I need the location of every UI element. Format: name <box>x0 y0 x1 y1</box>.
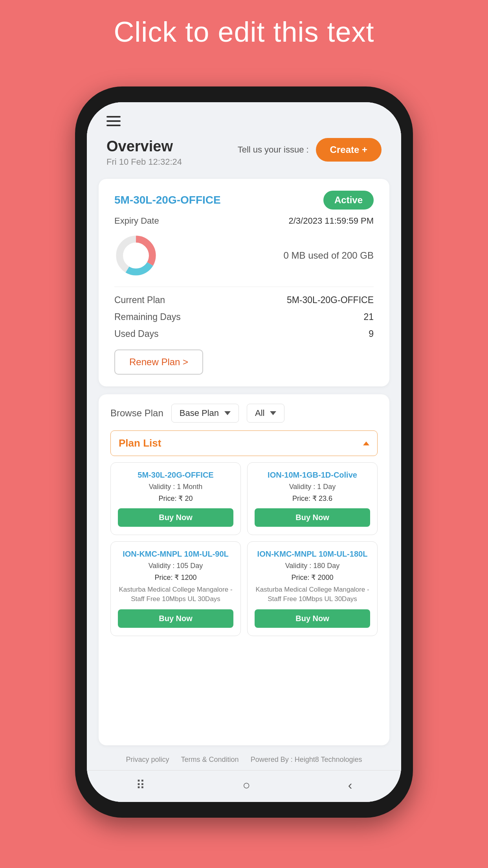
plan-list-title: Plan List <box>119 437 161 449</box>
plan-item-validity: Validity : 1 Month <box>149 483 203 491</box>
phone-screen: Overview Fri 10 Feb 12:32:24 Tell us you… <box>87 102 401 802</box>
plan-details: Current Plan 5M-30L-20G-OFFICE Remaining… <box>114 287 374 375</box>
plan-item-name: 5M-30L-20G-OFFICE <box>138 471 213 480</box>
browse-header: Browse Plan Base Plan All <box>110 404 378 423</box>
overview-date: Fri 10 Feb 12:32:24 <box>106 157 182 167</box>
create-section: Tell us your issue : Create + <box>238 138 382 162</box>
used-days-row: Used Days 9 <box>114 329 374 339</box>
overview-section: Overview Fri 10 Feb 12:32:24 Tell us you… <box>87 134 401 175</box>
usage-section: 0 MB used of 200 GB <box>114 234 374 277</box>
plan-item-name: ION-KMC-MNPL 10M-UL-180L <box>257 550 368 559</box>
phone-frame: Overview Fri 10 Feb 12:32:24 Tell us you… <box>75 86 413 818</box>
plan-item-price: Price: ₹ 20 <box>158 494 193 503</box>
renew-plan-button[interactable]: Renew Plan > <box>114 349 203 375</box>
plan-list-item: ION-10M-1GB-1D-ColiveValidity : 1 DayPri… <box>247 462 378 535</box>
browse-label: Browse Plan <box>110 408 163 419</box>
buy-now-button[interactable]: Buy Now <box>255 609 370 628</box>
plan-item-validity: Validity : 1 Day <box>289 483 336 491</box>
chevron-down-icon-2 <box>270 411 276 415</box>
plan-list-item: 5M-30L-20G-OFFICEValidity : 1 MonthPrice… <box>110 462 241 535</box>
plan-name: 5M-30L-20G-OFFICE <box>114 194 221 206</box>
bottom-nav: ⠿ ○ ‹ <box>87 770 401 802</box>
usage-donut-chart <box>114 234 158 277</box>
browse-section: Browse Plan Base Plan All Plan List 5M- <box>99 394 389 745</box>
current-plan-label: Current Plan <box>114 295 165 305</box>
buy-now-button[interactable]: Buy Now <box>118 508 233 527</box>
header-bar <box>87 102 401 134</box>
plan-item-price: Price: ₹ 2000 <box>291 573 333 582</box>
used-days-value: 9 <box>369 329 374 339</box>
tell-us-label: Tell us your issue : <box>238 145 309 155</box>
remaining-days-value: 21 <box>363 312 374 322</box>
current-plan-row: Current Plan 5M-30L-20G-OFFICE <box>114 295 374 305</box>
plan-list-item: ION-KMC-MNPL 10M-UL-180LValidity : 180 D… <box>247 541 378 636</box>
base-plan-label: Base Plan <box>180 408 219 418</box>
remaining-days-label: Remaining Days <box>114 312 181 322</box>
plan-item-price: Price: ₹ 1200 <box>154 573 196 582</box>
app-footer: Privacy policy Terms & Condition Powered… <box>87 749 401 770</box>
status-badge: Active <box>323 191 374 210</box>
plan-card: 5M-30L-20G-OFFICE Active Expiry Date 2/3… <box>99 179 389 386</box>
buy-now-button[interactable]: Buy Now <box>255 508 370 527</box>
page-title[interactable]: Click to edit this text <box>0 0 488 48</box>
nav-home-icon[interactable]: ○ <box>243 778 250 793</box>
buy-now-button[interactable]: Buy Now <box>118 609 233 628</box>
base-plan-dropdown[interactable]: Base Plan <box>171 404 239 423</box>
remaining-days-row: Remaining Days 21 <box>114 312 374 322</box>
menu-icon[interactable] <box>106 116 121 126</box>
privacy-link[interactable]: Privacy policy <box>126 756 169 764</box>
plan-item-name: ION-10M-1GB-1D-Colive <box>268 471 357 480</box>
usage-text: 0 MB used of 200 GB <box>284 250 374 261</box>
current-plan-value: 5M-30L-20G-OFFICE <box>287 295 374 305</box>
terms-link[interactable]: Terms & Condition <box>181 756 239 764</box>
plan-card-header: 5M-30L-20G-OFFICE Active <box>114 191 374 210</box>
expiry-label: Expiry Date <box>114 216 159 226</box>
plan-item-validity: Validity : 180 Day <box>285 562 340 570</box>
plan-item-validity: Validity : 105 Day <box>149 562 203 570</box>
nav-lines-icon[interactable]: ⠿ <box>136 778 145 793</box>
expiry-value: 2/3/2023 11:59:59 PM <box>289 216 374 226</box>
all-dropdown[interactable]: All <box>247 404 284 423</box>
expiry-row: Expiry Date 2/3/2023 11:59:59 PM <box>114 216 374 226</box>
plan-item-desc: Kasturba Medical College Mangalore - Sta… <box>255 585 370 604</box>
powered-by: Powered By : Height8 Technologies <box>251 756 362 764</box>
all-label: All <box>255 408 264 418</box>
chevron-down-icon <box>224 411 231 415</box>
plan-item-price: Price: ₹ 23.6 <box>292 494 332 503</box>
plan-list-item: ION-KMC-MNPL 10M-UL-90LValidity : 105 Da… <box>110 541 241 636</box>
app-content: Overview Fri 10 Feb 12:32:24 Tell us you… <box>87 102 401 802</box>
used-days-label: Used Days <box>114 329 158 339</box>
plan-grid: 5M-30L-20G-OFFICEValidity : 1 MonthPrice… <box>110 462 378 636</box>
plan-list-header: Plan List <box>110 430 378 456</box>
chevron-up-icon <box>363 441 369 445</box>
nav-back-icon[interactable]: ‹ <box>348 778 352 793</box>
plan-item-name: ION-KMC-MNPL 10M-UL-90L <box>123 550 229 559</box>
overview-title: Overview <box>106 138 182 155</box>
create-button[interactable]: Create + <box>316 138 382 162</box>
plan-item-desc: Kasturba Medical College Mangalore - Sta… <box>118 585 233 604</box>
